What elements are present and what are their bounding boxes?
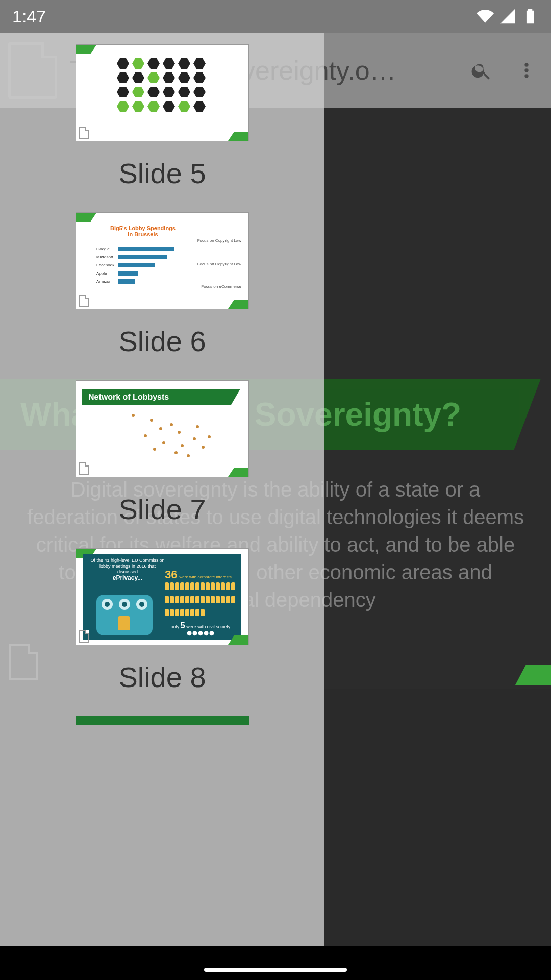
thumb5-note: Focus on Copyright Law bbox=[197, 262, 241, 266]
thumb-accent bbox=[228, 132, 248, 141]
slide-thumbnail-5[interactable]: Big5's Lobby Spendingsin Brussels Google… bbox=[76, 212, 249, 309]
status-icons bbox=[477, 8, 539, 25]
thumb5-note: Focus on eCommerce bbox=[201, 284, 241, 289]
thumb-doc-icon bbox=[79, 127, 89, 139]
thumb-doc-icon bbox=[79, 295, 89, 307]
slide-item-7[interactable]: Slide 7 Of the 41 high-level EU Commissi… bbox=[0, 477, 324, 645]
slide-label: Slide 5 bbox=[0, 141, 324, 212]
search-icon bbox=[470, 59, 493, 82]
status-time: 1:47 bbox=[12, 7, 46, 27]
slide-item-8[interactable]: Slide 8 bbox=[0, 645, 324, 725]
android-status-bar: 1:47 bbox=[0, 0, 551, 33]
thumb-accent bbox=[228, 468, 248, 477]
thumb6-scatter bbox=[86, 408, 238, 464]
thumb5-barchart: Big5's Lobby Spendingsin Brussels Google… bbox=[94, 225, 191, 297]
battery-icon bbox=[521, 8, 539, 25]
android-nav-indicator[interactable] bbox=[204, 968, 347, 972]
slide-label: Slide 6 bbox=[0, 309, 324, 380]
slide-item-5[interactable]: Slide 5 Big5's Lobby Spendingsin Brussel… bbox=[0, 141, 324, 309]
slide-navigator-panel[interactable]: Slide 4 Slide 5 Big5's Lobby bbox=[0, 0, 324, 946]
cell-signal-icon bbox=[499, 8, 516, 25]
thumb-doc-icon bbox=[79, 462, 89, 475]
more-options-button[interactable] bbox=[510, 54, 543, 87]
thumb5-note: Focus on Copyright Law bbox=[197, 238, 241, 243]
thumb-accent bbox=[228, 300, 248, 309]
more-vert-icon bbox=[515, 59, 538, 82]
slide-thumbnail-6[interactable]: Network of Lobbysts bbox=[76, 380, 249, 477]
slide-corner-accent bbox=[515, 665, 551, 685]
thumb4-hexgrid bbox=[91, 55, 233, 129]
search-button[interactable] bbox=[465, 54, 498, 87]
slide-label: Slide 8 bbox=[0, 645, 324, 716]
thumb7-graphic: Of the 41 high-level EU Commission lobby… bbox=[83, 554, 241, 640]
wifi-icon bbox=[477, 8, 494, 25]
thumb6-banner: Network of Lobbysts bbox=[82, 389, 240, 405]
slide-thumbnail-8[interactable] bbox=[76, 716, 249, 725]
thumb-accent bbox=[76, 45, 96, 54]
slide-label: Slide 7 bbox=[0, 477, 324, 548]
slide-thumbnail-4[interactable] bbox=[76, 44, 249, 141]
slide-item-6[interactable]: Slide 6 Network of Lobbysts bbox=[0, 309, 324, 477]
thumb-doc-icon bbox=[79, 630, 89, 643]
thumb-accent bbox=[76, 213, 96, 222]
slide-thumbnail-7[interactable]: Of the 41 high-level EU Commission lobby… bbox=[76, 548, 249, 645]
